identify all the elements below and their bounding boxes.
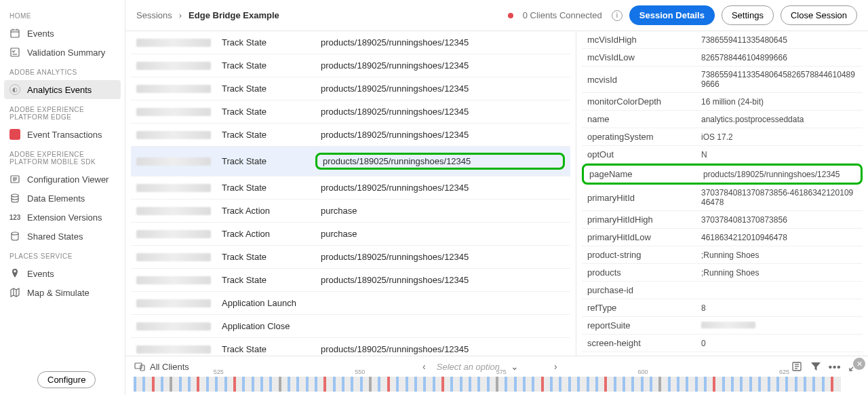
chevron-down-icon[interactable]: ⌄ <box>507 361 523 372</box>
timeline-seg <box>477 377 480 392</box>
event-row[interactable]: Track Stateproducts/189025/runningshoes/… <box>131 100 570 124</box>
event-row[interactable]: Track Stateproducts/189025/runningshoes/… <box>131 176 570 200</box>
detail-value: ;Running Shoes <box>701 268 857 278</box>
detail-row[interactable]: product-string;Running Shoes <box>582 246 863 264</box>
timeline-seg <box>641 377 644 392</box>
timeline-seg <box>496 377 498 392</box>
event-row[interactable]: Application Close <box>131 315 570 338</box>
breadcrumb-current: Edge Bridge Example <box>189 10 279 20</box>
detail-row[interactable]: primaryHitId3703784081370873856-46186342… <box>582 185 863 211</box>
timestamp-redacted <box>136 230 211 238</box>
close-session-button[interactable]: Close Session <box>781 5 857 25</box>
sidebar-item-data-elements[interactable]: Data Elements <box>4 189 121 208</box>
event-row[interactable]: Track Stateproducts/189025/runningshoes/… <box>131 246 570 269</box>
event-row[interactable]: Track Stateproducts/189025/runningshoes/… <box>131 31 570 54</box>
sidebar-item-label: Shared States <box>27 231 83 242</box>
detail-key: name <box>587 114 696 124</box>
svg-marker-12 <box>11 288 19 297</box>
event-row[interactable]: Track Stateproducts/189025/runningshoes/… <box>131 269 570 292</box>
sidebar-item-validation-summary[interactable]: Validation Summary <box>4 43 121 62</box>
detail-row[interactable]: operatingSystemiOS 17.2 <box>582 128 863 146</box>
detail-row[interactable]: purchase-id <box>582 282 863 299</box>
timeline-seg <box>396 377 399 392</box>
timeline-seg <box>342 377 344 392</box>
timeline-seg <box>351 377 353 392</box>
detail-row[interactable]: mcVisIdHigh7386559411335480645 <box>582 31 863 49</box>
sidebar-item-events[interactable]: Events <box>4 24 121 43</box>
timeline-seg <box>460 377 462 392</box>
sidebar-item-analytics-events[interactable]: ◐ Analytics Events <box>4 80 121 99</box>
detail-value <box>701 321 857 331</box>
detail-row[interactable]: pageNameproducts/189025/runningshoes/123… <box>582 164 863 185</box>
sidebar-item-event-transactions[interactable]: Event Transactions <box>4 125 121 144</box>
detail-row[interactable]: mcvisId738655941133548064582657884461048… <box>582 67 863 93</box>
timeline-seg <box>441 377 444 392</box>
timeline-seg <box>306 377 309 392</box>
note-icon[interactable] <box>791 360 803 373</box>
select-option[interactable]: Select an option <box>437 362 500 372</box>
timeline-seg <box>206 377 209 392</box>
event-row[interactable]: Track Actionpurchase <box>131 200 570 223</box>
sidebar-item-map-simulate[interactable]: Map & Simulate <box>4 283 121 302</box>
detail-row[interactable]: products;Running Shoes <box>582 264 863 282</box>
detail-row[interactable]: screen-height0 <box>582 335 863 352</box>
filter-icon[interactable] <box>810 360 822 373</box>
chevron-left-icon[interactable]: ‹ <box>418 361 430 372</box>
detail-value: 16 million (24-bit) <box>701 97 857 107</box>
detail-value: ;Running Shoes <box>701 250 857 260</box>
detail-value: N <box>701 150 857 159</box>
timeline-seg <box>188 377 191 392</box>
chevron-right-icon[interactable]: › <box>550 361 561 372</box>
timeline-seg <box>233 377 236 392</box>
more-icon[interactable]: ••• <box>829 360 841 373</box>
detail-row[interactable]: reportSuite <box>582 317 863 335</box>
detail-row[interactable]: nameanalytics.postprocesseddata <box>582 111 863 128</box>
timeline-seg <box>134 377 136 392</box>
timeline[interactable]: 525550575600625 <box>134 377 841 392</box>
timeline-seg <box>623 377 625 392</box>
detail-row[interactable]: optOutN <box>582 146 863 164</box>
detail-row[interactable]: mcVisIdLow8265788446104899666 <box>582 49 863 67</box>
event-row[interactable]: Track Stateproducts/189025/runningshoes/… <box>131 147 570 176</box>
svg-rect-16 <box>140 365 144 371</box>
timestamp-redacted <box>136 39 211 47</box>
timestamp-redacted <box>136 108 211 116</box>
info-icon[interactable]: i <box>612 10 623 21</box>
sidebar-item-label: Data Elements <box>27 193 85 204</box>
event-list[interactable]: Track Stateproducts/189025/runningshoes/… <box>125 31 576 356</box>
settings-button[interactable]: Settings <box>722 5 774 25</box>
devices-icon <box>134 360 146 373</box>
timeline-seg <box>595 377 598 392</box>
timeline-seg <box>722 377 725 392</box>
sidebar-item-config-viewer[interactable]: Configuration Viewer <box>4 170 121 189</box>
sidebar-item-shared-states[interactable]: Shared States <box>4 227 121 246</box>
timeline-seg <box>831 377 833 392</box>
timeline-seg <box>668 377 671 392</box>
detail-row[interactable]: monitorColorDepth16 million (24-bit) <box>582 93 863 111</box>
timeline-close-icon[interactable]: ✕ <box>853 358 865 370</box>
event-row[interactable]: Track Stateproducts/189025/runningshoes/… <box>131 338 570 356</box>
breadcrumb-parent[interactable]: Sessions <box>136 10 172 20</box>
timeline-seg <box>170 377 172 392</box>
detail-row[interactable]: primaryHitIdHigh3703784081370873856 <box>582 211 863 229</box>
event-row[interactable]: Track Actionpurchase <box>131 223 570 246</box>
event-row[interactable]: Application Launch <box>131 292 570 315</box>
event-row[interactable]: Track Stateproducts/189025/runningshoes/… <box>131 54 570 77</box>
svg-point-10 <box>12 194 18 197</box>
event-row[interactable]: Track Stateproducts/189025/runningshoes/… <box>131 124 570 147</box>
section-header-mobile: ADOBE EXPERIENCE PLATFORM MOBILE SDK <box>4 144 121 170</box>
detail-key: purchase-id <box>587 285 696 295</box>
detail-row[interactable]: primaryHitIdLow4618634212010946478 <box>582 229 863 246</box>
detail-key: monitorColorDepth <box>587 96 696 107</box>
timeline-seg <box>776 377 779 392</box>
timeline-seg <box>686 377 688 392</box>
session-details-button[interactable]: Session Details <box>629 5 715 25</box>
configure-button[interactable]: Configure <box>37 371 96 388</box>
sidebar-item-places-events[interactable]: Events <box>4 264 121 283</box>
detail-value: 73865594113354806458265788446104899666 <box>701 70 857 89</box>
detail-row[interactable]: refType8 <box>582 299 863 317</box>
sidebar-item-ext-versions[interactable]: 123 Extension Versions <box>4 208 121 227</box>
detail-panel[interactable]: mcVisIdHigh7386559411335480645mcVisIdLow… <box>576 31 868 356</box>
all-clients-button[interactable]: All Clients <box>134 360 189 373</box>
event-row[interactable]: Track Stateproducts/189025/runningshoes/… <box>131 77 570 100</box>
